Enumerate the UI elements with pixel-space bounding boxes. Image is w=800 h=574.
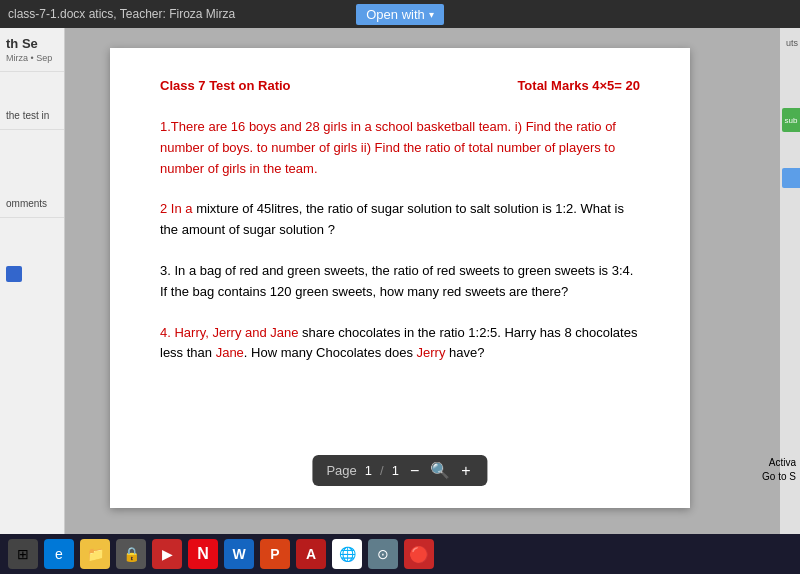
taskbar-icon-acrobat[interactable]: A <box>296 539 326 569</box>
q4-final: have? <box>445 345 484 360</box>
dropdown-arrow-icon: ▾ <box>429 9 434 20</box>
taskbar-icon-security[interactable]: 🔒 <box>116 539 146 569</box>
doc-header: Class 7 Test on Ratio Total Marks 4×5= 2… <box>160 78 640 93</box>
sidebar-test-item[interactable]: the test in <box>0 102 64 130</box>
main-area: th Se Mirza • Sep the test in omments ut… <box>0 28 800 534</box>
q1-text: 1.There are 16 boys and 28 girls in a sc… <box>160 119 616 176</box>
sidebar-comments[interactable]: omments <box>0 190 64 218</box>
search-icon: 🔍 <box>430 461 450 480</box>
taskbar-icon-settings[interactable]: ⊞ <box>8 539 38 569</box>
taskbar-icon-powerpoint[interactable]: P <box>260 539 290 569</box>
question-3: 3. In a bag of red and green sweets, the… <box>160 261 640 303</box>
right-sidebar-action[interactable]: sub <box>782 108 800 132</box>
taskbar-icon-app2[interactable]: 🔴 <box>404 539 434 569</box>
top-bar: class-7-1.docx atics, Teacher: Firoza Mi… <box>0 0 800 28</box>
total-pages: 1 <box>392 463 399 478</box>
activation-watermark: Activa Go to S <box>762 456 796 484</box>
q4-jane: Jane <box>216 345 244 360</box>
q2-rest: mixture of 45litres, the ratio of sugar … <box>160 201 624 237</box>
taskbar-icon-files[interactable]: 📁 <box>80 539 110 569</box>
q3-text: 3. In a bag of red and green sweets, the… <box>160 263 633 299</box>
question-2: 2 In a mixture of 45litres, the ratio of… <box>160 199 640 241</box>
question-4: 4. Harry, Jerry and Jane share chocolate… <box>160 323 640 365</box>
current-page: 1 <box>365 463 372 478</box>
header-left: Class 7 Test on Ratio <box>160 78 291 93</box>
open-with-button[interactable]: Open with ▾ <box>356 4 444 25</box>
q4-jerry: Jerry <box>417 345 446 360</box>
pagination-toolbar: Page 1 / 1 − 🔍 + <box>312 455 487 486</box>
document: Class 7 Test on Ratio Total Marks 4×5= 2… <box>110 48 690 508</box>
taskbar-icon-word[interactable]: W <box>224 539 254 569</box>
header-right: Total Marks 4×5= 20 <box>517 78 640 93</box>
q4-end: . How many Chocolates does <box>244 345 417 360</box>
right-sidebar-btn2[interactable] <box>782 168 800 188</box>
window-title: class-7-1.docx atics, Teacher: Firoza Mi… <box>8 7 235 21</box>
question-1: 1.There are 16 boys and 28 girls in a sc… <box>160 117 640 179</box>
q2-prefix: 2 In a <box>160 201 193 216</box>
open-with-label: Open with <box>366 7 425 22</box>
taskbar: ⊞ e 📁 🔒 ▶ N W P A 🌐 ⊙ 🔴 <box>0 534 800 574</box>
taskbar-icon-edge[interactable]: e <box>44 539 74 569</box>
page-separator: / <box>380 463 384 478</box>
taskbar-icon-video[interactable]: ▶ <box>152 539 182 569</box>
taskbar-icon-netflix[interactable]: N <box>188 539 218 569</box>
zoom-out-button[interactable]: − <box>407 462 422 480</box>
taskbar-icon-chrome[interactable]: 🌐 <box>332 539 362 569</box>
page-label: Page <box>326 463 356 478</box>
right-sidebar-label: uts <box>786 38 798 48</box>
left-sidebar: th Se Mirza • Sep the test in omments <box>0 28 65 534</box>
sidebar-heading: th Se Mirza • Sep <box>0 28 64 72</box>
sidebar-icon <box>0 258 64 290</box>
taskbar-icon-app1[interactable]: ⊙ <box>368 539 398 569</box>
q4-prefix: 4. Harry, Jerry and Jane <box>160 325 298 340</box>
zoom-in-button[interactable]: + <box>458 462 473 480</box>
